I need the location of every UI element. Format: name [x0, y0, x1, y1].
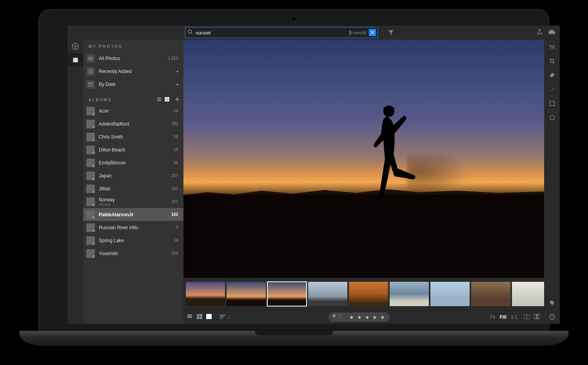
sync-badge-icon: ✓: [91, 215, 95, 219]
myphotos-item-by-date[interactable]: By Date◀: [83, 78, 183, 91]
original-toggle-icon[interactable]: [524, 314, 530, 320]
svg-point-25: [552, 47, 553, 48]
sync-badge-icon: ✓: [91, 241, 95, 245]
edit-sliders-icon[interactable]: [544, 40, 560, 54]
sort-icon[interactable]: ▾: [220, 314, 230, 320]
svg-point-29: [550, 115, 554, 119]
view-list-icon[interactable]: [157, 97, 162, 103]
album-item-emilyblincoe[interactable]: ✓ EmilyBlincoe 99: [83, 156, 183, 169]
album-label: Acre: [99, 108, 174, 114]
brush-icon[interactable]: [544, 82, 560, 96]
filmstrip-thumb[interactable]: [308, 282, 347, 306]
search-icon: [185, 29, 195, 36]
add-photos-icon[interactable]: [67, 40, 83, 53]
filmstrip-thumb[interactable]: [430, 282, 470, 306]
zoom-controls: Fit Fill 1:1: [488, 314, 519, 320]
album-item-yosemite[interactable]: ✓ Yosemite 220: [83, 247, 183, 260]
star-rating[interactable]: ★ ★ ★ ★ ★: [349, 314, 385, 320]
album-item-adrienradford[interactable]: ✓ AdrienRadford 100: [83, 117, 183, 130]
album-label: Russian River Hills: [99, 225, 176, 230]
album-item-acre[interactable]: ✓ Acre 19: [83, 104, 183, 117]
filmstrip-thumb[interactable]: [349, 282, 388, 306]
myphotos-item-all-photos[interactable]: All Photos1,153: [83, 52, 183, 65]
library-icon[interactable]: [67, 53, 83, 66]
filmstrip-thumb[interactable]: [186, 282, 225, 306]
album-item-russian-river-hills[interactable]: ✓ Russian River Hills 3: [83, 221, 183, 234]
single-view-icon[interactable]: [206, 314, 212, 321]
svg-rect-37: [187, 317, 189, 318]
view-grid-icon[interactable]: [165, 97, 169, 103]
compare-icon[interactable]: [534, 314, 540, 321]
search-box[interactable]: 9 results ✕: [185, 27, 378, 38]
tag-icon[interactable]: [544, 296, 560, 310]
sync-badge-icon: ✓: [91, 164, 95, 167]
zoom-fit[interactable]: Fit: [490, 314, 495, 320]
album-label: Jillian: [99, 186, 171, 192]
album-item-pabloalarconjr[interactable]: ✓ PabloAlarconJr 102: [83, 208, 183, 221]
svg-rect-40: [197, 314, 199, 316]
filmstrip-thumb[interactable]: [227, 282, 266, 306]
album-count: 101: [171, 199, 178, 204]
album-count: 19: [174, 109, 178, 113]
svg-rect-43: [200, 317, 202, 319]
album-count: 99: [174, 161, 178, 165]
svg-rect-41: [200, 314, 202, 316]
album-thumb: ✓: [86, 159, 95, 167]
album-count: 100: [171, 122, 178, 126]
svg-rect-36: [191, 315, 192, 316]
svg-rect-38: [189, 317, 190, 318]
main-viewer: ▾ ★ ★ ★ ★ ★ Fit: [183, 40, 544, 324]
album-item-norway[interactable]: ✓ NorwayShared 101: [83, 195, 183, 208]
grid-small-icon[interactable]: [187, 314, 193, 321]
zoom-fill[interactable]: Fill: [500, 314, 506, 320]
sync-badge-icon: ✓: [91, 177, 95, 180]
album-label: Spring Lake: [99, 238, 174, 243]
filmstrip-thumb[interactable]: [512, 282, 544, 306]
svg-rect-10: [89, 82, 93, 86]
photo-preview[interactable]: [183, 40, 544, 278]
healing-icon[interactable]: [544, 68, 560, 82]
album-label: Yosemite: [99, 251, 171, 256]
filter-icon[interactable]: [388, 29, 394, 36]
crop-icon[interactable]: [544, 54, 560, 68]
svg-point-24: [550, 45, 551, 46]
filmstrip-thumb[interactable]: [390, 282, 429, 306]
svg-point-26: [553, 46, 554, 47]
radial-gradient-icon[interactable]: [544, 110, 560, 124]
albums-header: ALBUMS: [83, 95, 183, 104]
sync-badge-icon: ✓: [91, 254, 95, 258]
linear-gradient-icon[interactable]: [544, 96, 560, 110]
svg-rect-42: [197, 317, 199, 319]
album-list: ✓ Acre 19✓ AdrienRadford 100✓ Chris Smit…: [83, 104, 183, 260]
search-input[interactable]: [195, 29, 350, 36]
cloud-icon[interactable]: [548, 29, 556, 36]
sidebar: MY PHOTOS All Photos1,153 Recently Added…: [83, 40, 183, 324]
clear-search-button[interactable]: ✕: [369, 29, 376, 36]
svg-rect-17: [165, 100, 167, 101]
camera-dot: [292, 17, 296, 21]
filmstrip-thumb[interactable]: [471, 282, 510, 306]
photo-silhouette: [353, 102, 431, 219]
svg-rect-52: [538, 314, 540, 319]
album-label: NorwayShared: [99, 197, 171, 206]
grid-large-icon[interactable]: [197, 314, 202, 321]
album-label: EmilyBlincoe: [99, 160, 174, 166]
album-thumb: ✓: [86, 172, 95, 180]
myphotos-item-recently-added[interactable]: Recently Added◀: [83, 65, 183, 78]
top-bar: 9 results ✕: [67, 26, 560, 40]
add-album-icon[interactable]: [175, 97, 180, 103]
top-right-controls: [537, 26, 556, 40]
info-icon[interactable]: [544, 310, 560, 324]
filmstrip-thumb[interactable]: [267, 282, 307, 306]
laptop-notch: [255, 331, 333, 336]
flag-reject-icon[interactable]: [338, 314, 343, 321]
album-item-jillian[interactable]: ✓ Jillian 101: [83, 182, 183, 195]
album-item-chris-smith[interactable]: ✓ Chris Smith 16: [83, 130, 183, 143]
flag-pick-icon[interactable]: [332, 314, 337, 321]
album-item-spring-lake[interactable]: ✓ Spring Lake 14: [83, 234, 183, 247]
share-icon[interactable]: [537, 29, 543, 36]
zoom-1-1[interactable]: 1:1: [511, 314, 517, 320]
album-label: Chris Smith: [99, 134, 174, 140]
album-item-japan[interactable]: ✓ Japan 207: [83, 169, 183, 182]
album-item-dillon-beach[interactable]: ✓ Dillon Beach 15: [83, 143, 183, 156]
